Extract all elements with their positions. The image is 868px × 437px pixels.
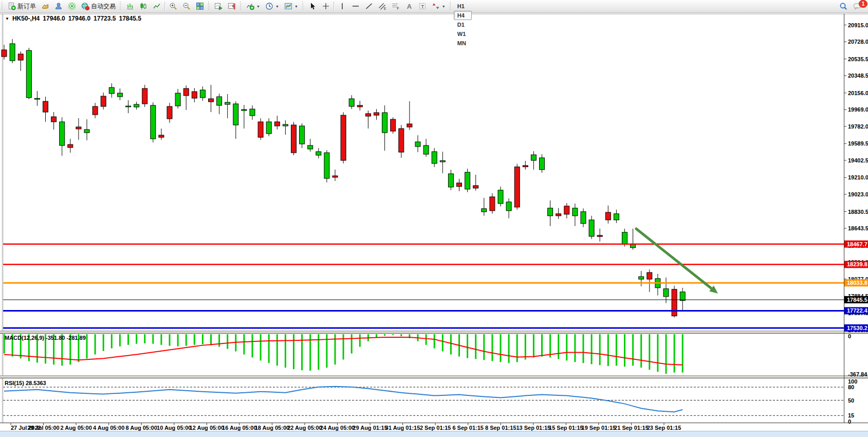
timeframe-D1[interactable]: D1 [454,20,472,29]
mt4-window: 新订单 自动交易 [0,0,868,437]
toolbar-grip[interactable] [208,2,210,11]
price-tick: 18830.5 [848,209,868,215]
new-order-button[interactable]: 新订单 [6,2,38,11]
vertical-line-button[interactable] [336,2,348,11]
macd-main-value: -351.80 [46,335,65,341]
price-tick: 19589.5 [848,140,868,147]
signal-button[interactable] [66,2,78,11]
macd-indicator-label: MACD(12,26,9) -351.80 -281.89 [5,335,86,341]
time-tick: 31 Aug 01:15 [385,425,420,431]
chart-shift-button[interactable] [226,2,238,11]
toolbar-grip[interactable] [1,2,4,11]
price-tick: 20915.0 [848,22,868,28]
indicators-button[interactable]: ▼ [244,2,262,11]
chart-canvas[interactable]: 20915.020728.020535.520348.520156.019969… [0,12,868,437]
text-label-button[interactable]: T [416,2,429,11]
fibonacci-button[interactable]: F [390,2,402,11]
search-button[interactable] [837,2,850,11]
candle [374,113,379,115]
tile-windows-button[interactable] [194,2,206,11]
candle [167,106,172,119]
macd-axis-min: -367.84 [848,371,867,377]
candle [242,110,247,111]
gold-button[interactable] [39,2,51,11]
timeframe-W1[interactable]: W1 [454,29,472,39]
zoom-in-icon [169,2,177,10]
macd-pane[interactable] [4,334,682,374]
periods-button[interactable]: ▼ [263,2,281,11]
chevron-down-icon[interactable]: ▼ [5,16,9,21]
candle [76,127,81,129]
trendline-button[interactable] [363,2,375,11]
horizontal-line-button[interactable] [349,2,362,11]
horizontal-line-icon [352,2,360,10]
channel-button[interactable]: E [376,2,389,11]
auto-scroll-button[interactable] [212,2,225,11]
text-icon: A [405,2,413,10]
arrows-button[interactable]: ▼ [430,2,448,11]
toolbar-grip[interactable] [239,2,242,11]
timeframe-MN[interactable]: MN [454,39,472,48]
chevron-down-icon: ▼ [294,5,298,8]
candle [51,117,57,122]
down-arrow-annotation[interactable] [636,229,718,294]
time-tick: 4 Aug 05:00 [93,425,124,431]
time-tick: 18 Aug 05:00 [255,425,289,431]
toolbar-grip[interactable] [302,2,304,11]
candle [291,125,297,153]
line-chart-button[interactable] [151,2,163,11]
text-button[interactable]: A [403,2,415,11]
timeframe-H4[interactable]: H4 [454,11,472,20]
candle [498,190,503,204]
candle [18,54,23,60]
price-tick: 20535.5 [848,56,868,62]
macd-signal-value: -281.89 [66,335,85,341]
timeframe-H1[interactable]: H1 [454,2,472,11]
cursor-button[interactable] [306,2,319,11]
candle [43,101,48,112]
candle [647,272,652,279]
candle [399,129,404,152]
candle [631,245,636,248]
rsi-axis-15: 15 [848,412,854,418]
price-axis[interactable]: 20915.020728.020535.520348.520156.019969… [844,14,868,425]
zoom-out-button[interactable] [180,2,193,11]
candle [159,135,164,137]
signal-icon [68,2,76,10]
time-tick: 15 Sep 01:15 [549,425,583,431]
candle [2,50,7,57]
candle [308,145,313,149]
arrows-icon [432,2,440,10]
svg-text:T: T [421,4,424,9]
candle [333,176,338,177]
toolbar-grip[interactable] [449,2,452,11]
toolbar-grip[interactable] [119,2,122,11]
toolbar: 新订单 自动交易 [0,0,868,13]
candle [349,99,354,106]
zoom-in-button[interactable] [167,2,179,11]
candle [432,152,437,163]
time-tick: 6 Sep 01:15 [452,425,484,431]
candlestick-chart-button[interactable] [137,2,150,11]
client-button[interactable] [52,2,65,11]
candle [183,88,189,96]
templates-button[interactable]: ▼ [282,2,300,11]
time-axis[interactable]: 27 Jul 202229 Jul 05:002 Aug 05:004 Aug … [11,423,681,431]
rsi-pane[interactable] [3,387,844,415]
new-order-label: 新订单 [17,2,36,11]
svg-text:F: F [397,7,399,10]
candle [117,93,122,97]
bar-chart-button[interactable] [124,2,136,11]
candle [581,212,586,224]
price-tick: 19782.0 [848,123,868,130]
channel-icon: E [378,2,386,10]
candle [531,155,536,160]
candle [622,232,627,244]
candlestick-chart-icon [139,2,147,10]
auto-trading-button[interactable]: 自动交易 [79,2,118,11]
chat-button[interactable]: 1 [851,2,864,11]
crosshair-button[interactable] [320,2,332,11]
time-tick: 8 Sep 01:15 [485,425,516,431]
zoom-out-icon [182,2,191,10]
timeframe-group: M1M5M15M30H1H4D1W1MN [453,0,472,48]
